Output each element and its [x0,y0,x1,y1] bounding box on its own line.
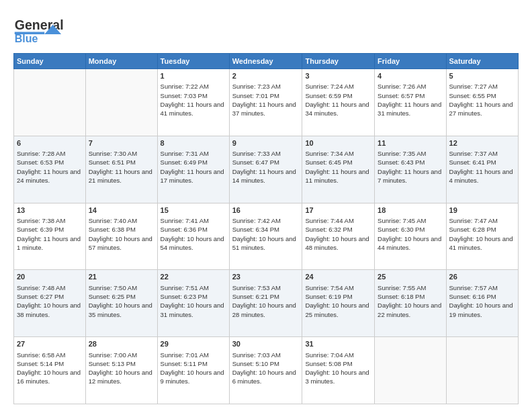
sunrise-text: Sunrise: 7:30 AM [89,150,137,157]
daylight-text: Daylight: 11 hours and 4 minutes. [449,168,513,184]
day-number: 12 [449,138,515,148]
sunrise-text: Sunrise: 6:58 AM [17,351,65,359]
day-number: 16 [232,205,300,216]
sunrise-text: Sunrise: 7:28 AM [17,150,65,157]
day-number: 24 [305,272,371,282]
calendar-cell: 4Sunrise: 7:26 AMSunset: 6:57 PMDaylight… [375,69,446,136]
sunrise-text: Sunrise: 7:35 AM [378,150,426,157]
sunrise-text: Sunrise: 7:01 AM [161,351,209,359]
day-number: 21 [89,272,154,282]
daylight-text: Daylight: 10 hours and 48 minutes. [305,235,369,251]
day-number: 14 [89,205,154,216]
daylight-text: Daylight: 11 hours and 14 minutes. [232,168,296,184]
sunset-text: Sunset: 6:59 PM [305,92,352,99]
sunrise-text: Sunrise: 7:55 AM [378,284,426,291]
sunset-text: Sunset: 6:57 PM [378,92,425,99]
calendar-cell: 25Sunrise: 7:55 AMSunset: 6:18 PMDayligh… [375,270,446,337]
day-number: 17 [305,205,371,216]
day-number: 18 [378,205,443,216]
daylight-text: Daylight: 10 hours and 3 minutes. [305,369,369,385]
day-number: 9 [232,138,300,148]
calendar-week-row: 1Sunrise: 7:22 AMSunset: 7:03 PMDaylight… [14,69,519,136]
day-header-monday: Monday [85,54,157,69]
sunrise-text: Sunrise: 7:04 AM [305,351,353,359]
sunset-text: Sunset: 6:34 PM [232,226,279,233]
sunset-text: Sunset: 7:01 PM [232,92,279,99]
day-header-saturday: Saturday [446,54,518,69]
daylight-text: Daylight: 10 hours and 35 minutes. [89,302,152,318]
day-number: 3 [305,71,371,81]
daylight-text: Daylight: 10 hours and 57 minutes. [89,235,152,251]
daylight-text: Daylight: 10 hours and 44 minutes. [378,235,441,251]
sunset-text: Sunset: 6:28 PM [449,226,496,233]
calendar-cell: 9Sunrise: 7:33 AMSunset: 6:47 PMDaylight… [229,136,302,203]
calendar-cell: 2Sunrise: 7:23 AMSunset: 7:01 PMDaylight… [229,69,302,136]
sunrise-text: Sunrise: 7:03 AM [232,351,281,359]
calendar-cell [446,337,518,404]
sunset-text: Sunset: 5:08 PM [305,360,352,367]
day-number: 13 [17,205,83,216]
daylight-text: Daylight: 11 hours and 37 minutes. [232,101,296,117]
sunset-text: Sunset: 6:51 PM [89,158,136,166]
daylight-text: Daylight: 10 hours and 6 minutes. [232,369,296,385]
calendar-cell: 21Sunrise: 7:50 AMSunset: 6:25 PMDayligh… [85,270,157,337]
sunrise-text: Sunrise: 7:47 AM [449,217,498,224]
sunset-text: Sunset: 5:14 PM [17,360,64,367]
calendar-week-row: 20Sunrise: 7:48 AMSunset: 6:27 PMDayligh… [14,270,519,337]
sunrise-text: Sunrise: 7:51 AM [161,284,209,291]
sunset-text: Sunset: 6:55 PM [449,92,496,99]
daylight-text: Daylight: 10 hours and 19 minutes. [449,302,513,318]
sunset-text: Sunset: 5:10 PM [232,360,279,367]
sunrise-text: Sunrise: 7:44 AM [305,217,353,224]
daylight-text: Daylight: 10 hours and 31 minutes. [161,302,224,318]
sunrise-text: Sunrise: 7:00 AM [89,351,137,359]
calendar-cell: 11Sunrise: 7:35 AMSunset: 6:43 PMDayligh… [375,136,446,203]
daylight-text: Daylight: 11 hours and 34 minutes. [305,101,369,117]
daylight-text: Daylight: 10 hours and 54 minutes. [161,235,224,251]
day-number: 25 [378,272,443,282]
calendar-cell: 16Sunrise: 7:42 AMSunset: 6:34 PMDayligh… [229,203,302,270]
calendar-cell: 5Sunrise: 7:27 AMSunset: 6:55 PMDaylight… [446,69,518,136]
day-header-friday: Friday [375,54,446,69]
sunrise-text: Sunrise: 7:27 AM [449,83,498,90]
svg-text:Blue: Blue [15,34,38,45]
calendar-cell: 19Sunrise: 7:47 AMSunset: 6:28 PMDayligh… [446,203,518,270]
calendar-cell [85,69,157,136]
day-number: 2 [232,71,300,81]
sunrise-text: Sunrise: 7:22 AM [161,83,209,90]
sunset-text: Sunset: 6:27 PM [17,293,64,300]
sunset-text: Sunset: 7:03 PM [161,92,208,99]
sunset-text: Sunset: 6:53 PM [17,158,64,166]
sunset-text: Sunset: 6:39 PM [17,226,64,233]
day-number: 4 [378,71,443,81]
sunset-text: Sunset: 6:19 PM [305,293,352,300]
daylight-text: Daylight: 11 hours and 41 minutes. [161,101,224,117]
daylight-text: Daylight: 10 hours and 22 minutes. [378,302,441,318]
sunset-text: Sunset: 6:38 PM [89,226,136,233]
daylight-text: Daylight: 10 hours and 28 minutes. [232,302,296,318]
sunset-text: Sunset: 6:18 PM [378,293,425,300]
day-number: 23 [232,272,300,282]
daylight-text: Daylight: 11 hours and 27 minutes. [449,101,513,117]
calendar-cell [375,337,446,404]
calendar-cell: 24Sunrise: 7:54 AMSunset: 6:19 PMDayligh… [302,270,375,337]
calendar-cell: 22Sunrise: 7:51 AMSunset: 6:23 PMDayligh… [157,270,229,337]
sunrise-text: Sunrise: 7:37 AM [449,150,498,157]
calendar-week-row: 13Sunrise: 7:38 AMSunset: 6:39 PMDayligh… [14,203,519,270]
sunset-text: Sunset: 6:30 PM [378,226,425,233]
daylight-text: Daylight: 11 hours and 7 minutes. [378,168,441,184]
sunrise-text: Sunrise: 7:48 AM [17,284,65,291]
calendar-cell: 26Sunrise: 7:57 AMSunset: 6:16 PMDayligh… [446,270,518,337]
sunset-text: Sunset: 6:25 PM [89,293,136,300]
day-number: 6 [17,138,83,148]
day-number: 1 [161,71,226,81]
sunrise-text: Sunrise: 7:57 AM [449,284,498,291]
day-number: 27 [17,339,83,349]
daylight-text: Daylight: 11 hours and 1 minute. [17,235,81,251]
calendar-cell: 28Sunrise: 7:00 AMSunset: 5:13 PMDayligh… [85,337,157,404]
daylight-text: Daylight: 11 hours and 31 minutes. [378,101,441,117]
daylight-text: Daylight: 11 hours and 17 minutes. [161,168,224,184]
day-number: 31 [305,339,371,349]
calendar-cell: 30Sunrise: 7:03 AMSunset: 5:10 PMDayligh… [229,337,302,404]
calendar-cell: 14Sunrise: 7:40 AMSunset: 6:38 PMDayligh… [85,203,157,270]
